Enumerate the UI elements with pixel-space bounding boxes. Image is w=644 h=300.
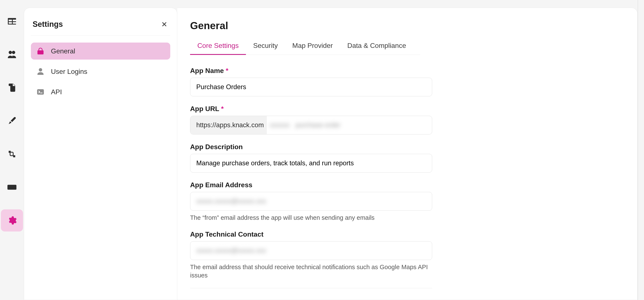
gear-icon bbox=[7, 216, 17, 225]
field-app-name: App Name * bbox=[190, 67, 432, 96]
close-icon bbox=[161, 21, 168, 27]
settings-panel: Settings General User Logins API bbox=[24, 8, 177, 300]
tab-data-compliance[interactable]: Data & Compliance bbox=[340, 42, 414, 55]
lock-icon bbox=[36, 47, 44, 55]
close-button[interactable] bbox=[160, 20, 168, 28]
app-description-label: App Description bbox=[190, 143, 432, 151]
tab-map-provider[interactable]: Map Provider bbox=[285, 42, 340, 55]
settings-nav-user-logins[interactable]: User Logins bbox=[31, 63, 170, 80]
app-tech-input-wrapper: xxxxx.xxxxx@xxxxx.xxx bbox=[190, 241, 432, 260]
required-mark: * bbox=[221, 105, 224, 113]
field-app-tech-contact: App Technical Contact xxxxx.xxxxx@xxxxx.… bbox=[190, 230, 432, 280]
app-url-prefix: https://apps.knack.com bbox=[190, 116, 267, 134]
field-app-url: App URL * https://apps.knack.com xxxxxx … bbox=[190, 105, 432, 135]
app-email-blurred: xxxxx.xxxxx@xxxxx.xxx bbox=[196, 197, 266, 205]
right-gutter bbox=[638, 0, 644, 300]
workflow-icon bbox=[7, 149, 17, 159]
settings-nav-label: API bbox=[51, 88, 62, 96]
page-heading: General bbox=[190, 20, 624, 31]
app-name-input-wrapper bbox=[190, 78, 432, 96]
field-app-email: App Email Address xxxxx.xxxxx@xxxxx.xxx … bbox=[190, 181, 432, 222]
app-url-segment-blurred: xxxxxx bbox=[267, 121, 292, 129]
icon-rail bbox=[0, 0, 24, 300]
rail-design-button[interactable] bbox=[1, 110, 23, 132]
user-icon bbox=[36, 67, 44, 76]
app-description-input[interactable] bbox=[196, 159, 426, 167]
app-url-label: App URL * bbox=[190, 105, 432, 113]
rail-users-button[interactable] bbox=[1, 43, 23, 66]
app-email-input-wrapper: xxxxx.xxxxx@xxxxx.xxx bbox=[190, 192, 432, 211]
app-name-input[interactable] bbox=[196, 83, 426, 91]
tab-core-settings[interactable]: Core Settings bbox=[190, 42, 246, 55]
required-mark: * bbox=[226, 67, 228, 74]
settings-panel-title: Settings bbox=[32, 20, 63, 29]
table-icon bbox=[7, 16, 17, 26]
rail-settings-button[interactable] bbox=[1, 209, 23, 232]
settings-nav-label: General bbox=[51, 47, 75, 55]
settings-nav-api[interactable]: API bbox=[31, 83, 170, 100]
app-tech-help: The email address that should receive te… bbox=[190, 263, 429, 280]
main-content: General Core Settings Security Map Provi… bbox=[177, 8, 638, 300]
app-url-input-wrapper: https://apps.knack.com xxxxxx purchase-o… bbox=[190, 116, 432, 135]
brush-icon bbox=[7, 116, 17, 126]
rail-tables-button[interactable] bbox=[1, 10, 23, 32]
settings-nav-general[interactable]: General bbox=[31, 42, 170, 60]
settings-nav-label: User Logins bbox=[51, 68, 87, 76]
app-tech-blurred: xxxxx.xxxxx@xxxxx.xxx bbox=[196, 247, 266, 255]
app-name-label: App Name * bbox=[190, 67, 432, 75]
card-icon bbox=[7, 182, 17, 192]
settings-form: App Name * App URL * https://apps.knack.… bbox=[190, 55, 432, 288]
field-app-description: App Description bbox=[190, 143, 432, 172]
tab-security[interactable]: Security bbox=[246, 42, 285, 55]
tab-bar: Core Settings Security Map Provider Data… bbox=[190, 42, 420, 55]
app-url-slug-blurred: purchase-order bbox=[292, 121, 343, 129]
users-icon bbox=[7, 50, 17, 59]
rail-pages-button[interactable] bbox=[1, 77, 23, 99]
section-divider bbox=[190, 288, 432, 288]
rail-billing-button[interactable] bbox=[1, 176, 23, 198]
rail-workflow-button[interactable] bbox=[1, 143, 23, 165]
terminal-icon bbox=[36, 88, 44, 96]
app-email-help: The “from” email address the app will us… bbox=[190, 214, 429, 222]
settings-nav: General User Logins API bbox=[31, 36, 170, 100]
app-description-input-wrapper bbox=[190, 154, 432, 172]
app-email-label: App Email Address bbox=[190, 181, 432, 189]
svg-rect-2 bbox=[37, 89, 44, 95]
settings-panel-header: Settings bbox=[31, 20, 170, 36]
pages-icon bbox=[7, 83, 17, 93]
app-tech-label: App Technical Contact bbox=[190, 230, 432, 238]
